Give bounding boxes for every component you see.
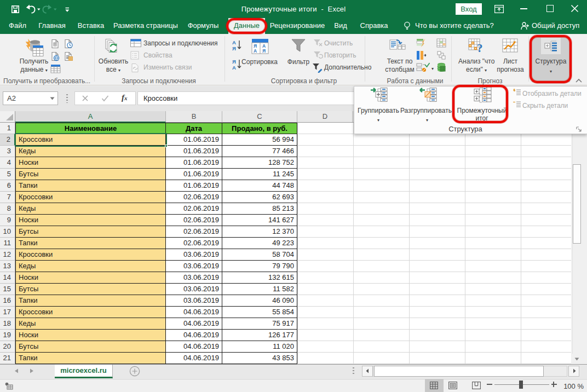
svg-text:?: ? — [477, 42, 483, 54]
svg-text:А: А — [232, 65, 236, 71]
svg-text:Я: Я — [232, 45, 236, 51]
svg-text:Я: Я — [232, 59, 236, 65]
svg-text:А: А — [232, 39, 236, 45]
svg-text:Я: Я — [262, 48, 266, 54]
svg-text:А: А — [254, 48, 257, 54]
